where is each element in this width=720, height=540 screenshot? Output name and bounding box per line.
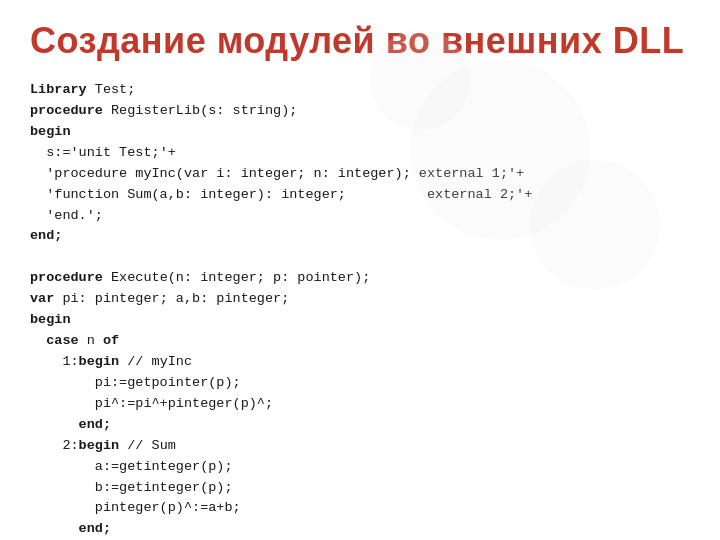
code-line-6: 'function Sum(a,b: integer): integer; ex… — [30, 187, 532, 202]
code-line-14: pi:=getpointer(p); — [30, 375, 241, 390]
slide-title: Создание модулей во внешних DLL — [30, 20, 690, 62]
code-line-9: procedure Execute(n: integer; p: pointer… — [30, 270, 370, 285]
code-line-16: end; — [30, 417, 111, 432]
code-line-18: a:=getinteger(p); — [30, 459, 233, 474]
code-line-13: 1:begin // myInc — [30, 354, 192, 369]
code-line-11: begin — [30, 312, 71, 327]
code-line-2: procedure RegisterLib(s: string); — [30, 103, 297, 118]
code-line-20: pinteger(p)^:=a+b; — [30, 500, 241, 515]
code-block: Library Test; procedure RegisterLib(s: s… — [30, 80, 690, 540]
code-line-10: var pi: pinteger; a,b: pinteger; — [30, 291, 289, 306]
slide: Создание модулей во внешних DLL Library … — [0, 0, 720, 540]
code-line-21: end; — [30, 521, 111, 536]
code-line-3: begin — [30, 124, 71, 139]
code-line-15: pi^:=pi^+pinteger(p)^; — [30, 396, 273, 411]
code-line-4: s:='unit Test;'+ — [30, 145, 176, 160]
code-line-5: 'procedure myInc(var i: integer; n: inte… — [30, 166, 524, 181]
code-line-1: Library Test; — [30, 82, 135, 97]
code-line-7: 'end.'; — [30, 208, 103, 223]
code-line-12: case n of — [30, 333, 119, 348]
code-line-blank — [30, 249, 38, 264]
code-line-19: b:=getinteger(p); — [30, 480, 233, 495]
code-line-8: end; — [30, 228, 62, 243]
code-line-17: 2:begin // Sum — [30, 438, 176, 453]
